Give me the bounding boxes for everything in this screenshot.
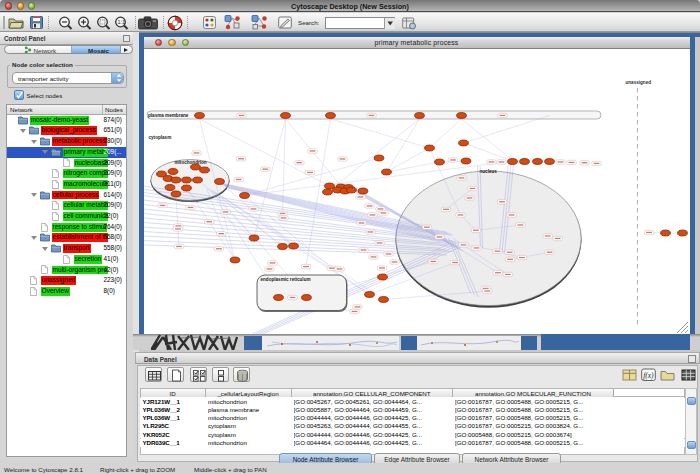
svg-text:unassigned: unassigned <box>625 80 651 85</box>
svg-text:mitochondrion: mitochondrion <box>174 160 206 165</box>
svg-text:endoplasmic reticulum: endoplasmic reticulum <box>260 277 310 282</box>
svg-text:plasma membrane: plasma membrane <box>148 113 189 118</box>
svg-text:cytoplasm: cytoplasm <box>148 135 171 140</box>
svg-text:nucleus: nucleus <box>479 169 497 174</box>
svg-text:f(x): f(x) <box>643 371 654 380</box>
svg-text:1:1: 1:1 <box>117 19 125 25</box>
